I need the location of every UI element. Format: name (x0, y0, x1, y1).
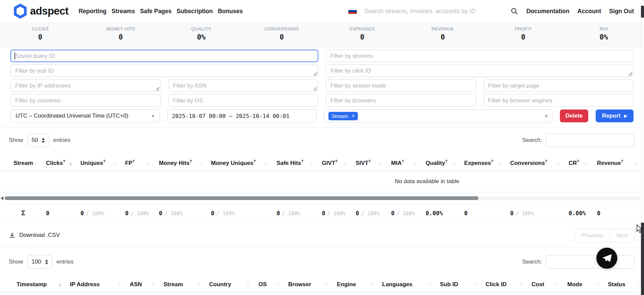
filter-stream-mode-input[interactable] (326, 79, 476, 92)
nav-sign-out[interactable]: Sign Out (609, 6, 634, 16)
col-clicks[interactable]: Clicks? (40, 156, 74, 171)
sort-icon (199, 161, 202, 166)
remove-tag-icon[interactable] (351, 114, 354, 118)
nav-reporting[interactable]: Reporting (79, 6, 107, 16)
sort-icon (556, 161, 560, 166)
sort-icon (596, 282, 599, 287)
search-button[interactable] (510, 7, 518, 15)
brand-logo[interactable]: adspect (14, 4, 69, 19)
col-asn[interactable]: ASN (124, 277, 157, 292)
russian-flag-icon[interactable] (348, 8, 357, 14)
timezone-select[interactable]: UTC – Coordinated Universal Time (UTC+0) (10, 109, 160, 122)
col-click-id[interactable]: Click ID (479, 277, 525, 292)
col-uniques[interactable]: Uniques? (74, 156, 119, 171)
filter-browser-engines-input[interactable] (484, 94, 634, 107)
col-money-hits[interactable]: Money Hits? (153, 156, 205, 171)
sort-icon (309, 161, 313, 166)
stat-clicks-value: 0 (0, 33, 80, 41)
filter-click-id-textarea[interactable] (326, 65, 634, 77)
sort-icon (264, 161, 268, 166)
nav-streams[interactable]: Streams (112, 6, 135, 16)
sort-icon (370, 282, 373, 287)
telegram-button[interactable] (596, 248, 617, 269)
filter-browsers-input[interactable] (326, 94, 476, 107)
sum-sivt: 0/ 100% (349, 204, 385, 222)
col-sivt[interactable]: SIVT? (349, 156, 385, 171)
col-givt[interactable]: GIVT? (316, 156, 349, 171)
filter-countries-input[interactable] (10, 94, 161, 107)
stat-clicks: CLICKS0 (0, 23, 80, 47)
table2-search-input[interactable] (546, 255, 635, 269)
telegram-plane-icon (602, 253, 612, 263)
report-button[interactable]: Report (596, 109, 634, 122)
filter-streams-input[interactable] (326, 50, 634, 62)
scroll-left-arrow-icon[interactable] (1, 197, 3, 200)
spinner-updown-icon (45, 260, 48, 265)
col-conversions[interactable]: Conversions? (504, 156, 563, 171)
col-stream[interactable]: Stream (0, 156, 40, 171)
sort-icon (585, 161, 588, 166)
main-nav: Reporting Streams Safe Pages Subscriptio… (79, 6, 243, 16)
table1-page-size-select[interactable]: 50 (27, 133, 49, 147)
saved-query-input[interactable] (10, 50, 318, 62)
filter-target-page-input[interactable] (484, 79, 634, 92)
col-quality[interactable]: Quality? (420, 156, 458, 171)
sum-money-uniques: 0/ 100% (205, 204, 270, 222)
col-ip-address[interactable]: IP Address (64, 277, 124, 292)
next-page-button[interactable]: Next (610, 228, 635, 242)
nav-bonuses[interactable]: Bonuses (218, 6, 243, 16)
col-expenses[interactable]: Expenses? (458, 156, 504, 171)
col-fp[interactable]: FP? (119, 156, 153, 171)
report-table-header-row: Stream Clicks? Uniques? FP? Money Hits? … (0, 156, 641, 171)
stream-tag[interactable]: Stream (328, 112, 358, 120)
search-label: Search: (522, 259, 542, 265)
col-status[interactable]: Status (602, 277, 644, 292)
horizontal-scrollbar (0, 192, 644, 204)
col-revenue[interactable]: Revenue? (591, 156, 641, 171)
vertical-scrollbar-segment[interactable] (641, 6, 644, 18)
report-columns-multiselect[interactable]: Stream (324, 109, 552, 122)
show-label: Show (9, 137, 23, 144)
filter-sub-id-textarea[interactable] (10, 65, 318, 77)
entries-label: entries (56, 259, 74, 265)
previous-page-button[interactable]: Previous (575, 228, 610, 242)
col-stream[interactable]: Stream (157, 277, 203, 292)
col-browser[interactable]: Browser (282, 277, 331, 292)
col-country[interactable]: Country (203, 277, 252, 292)
col-sub-id[interactable]: Sub ID (434, 277, 479, 292)
filter-os-input[interactable] (168, 94, 319, 107)
filter-asn-textarea[interactable] (168, 79, 319, 92)
nav-documentation[interactable]: Documentation (526, 6, 569, 16)
col-mia[interactable]: MIA? (385, 156, 420, 171)
col-os[interactable]: OS (252, 277, 282, 292)
sort-icon (197, 282, 200, 287)
filter-panel: UTC – Coordinated Universal Time (UTC+0)… (0, 47, 644, 128)
date-range-input[interactable] (167, 109, 317, 122)
col-mode[interactable]: Mode (561, 277, 602, 292)
sum-expenses: 0 (458, 204, 504, 222)
nav-account[interactable]: Account (577, 6, 601, 16)
delete-button[interactable]: Delete (560, 109, 588, 122)
col-safe-hits[interactable]: Safe Hits? (270, 156, 316, 171)
table2-page-size-select[interactable]: 100 (27, 255, 52, 269)
col-cr[interactable]: CR? (563, 156, 591, 171)
nav-subscription[interactable]: Subscription (177, 6, 213, 16)
download-csv-link[interactable]: Download .CSV (9, 232, 60, 239)
sum-safe-hits: 0/ 100% (270, 204, 316, 222)
col-cost[interactable]: Cost (525, 277, 561, 292)
col-timestamp[interactable]: Timestamp (0, 277, 64, 292)
col-money-uniques[interactable]: Money Uniques? (205, 156, 270, 171)
clicks-table-header-row: Timestamp IP Address ASN Stream Country … (0, 277, 644, 292)
clear-multiselect-icon[interactable] (544, 113, 548, 119)
filter-ip-textarea[interactable] (10, 79, 161, 92)
scrollbar-thumb[interactable] (5, 196, 478, 200)
stat-roi: ROI0% (564, 23, 644, 47)
col-languages[interactable]: Languages (376, 277, 434, 292)
table1-search-input[interactable] (546, 133, 635, 147)
vertical-scrollbar-thumb[interactable] (641, 223, 644, 295)
col-engine[interactable]: Engine (331, 277, 376, 292)
nav-safe-pages[interactable]: Safe Pages (140, 6, 171, 16)
sort-icon (428, 282, 431, 287)
adspect-hexagon-icon (14, 4, 27, 19)
global-search-input[interactable] (364, 8, 499, 15)
